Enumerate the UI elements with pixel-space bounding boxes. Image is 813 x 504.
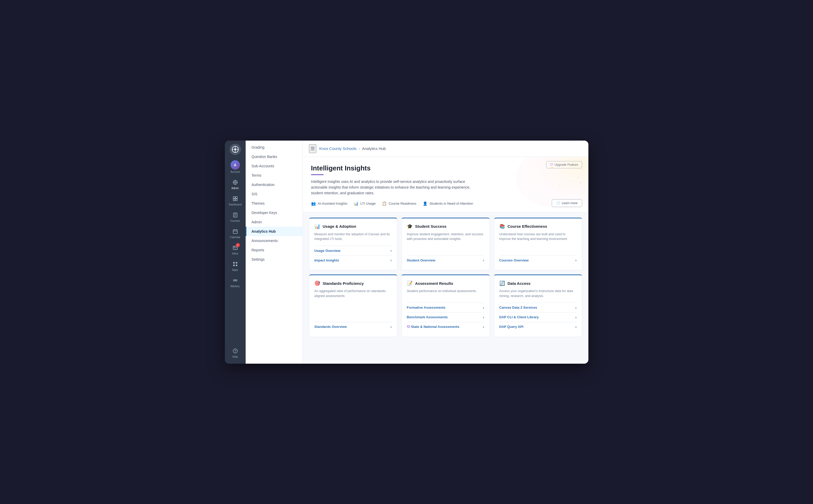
impact-insights-link[interactable]: Impact Insights › <box>315 256 392 265</box>
nav-item-mastery[interactable]: Mastery <box>226 275 245 290</box>
canvas-data-2-link[interactable]: Canvas Data 2 Services › <box>499 303 577 313</box>
card-course-effectiveness-header: 📚 Course Effectiveness <box>499 224 577 229</box>
sidebar: Grading Question Banks Sub-Accounts Term… <box>246 141 303 364</box>
ai-insights-label: AI-Assisted Insights <box>318 202 347 205</box>
svg-rect-15 <box>236 199 237 201</box>
dap-query-api-link[interactable]: DAP Query API › <box>499 322 577 332</box>
inbox-badge: 2 <box>236 243 240 247</box>
cards-section: 📊 Usage & Adoption Measure and monitor t… <box>303 212 588 364</box>
formative-assessments-link[interactable]: Formative Assessments › <box>407 303 484 313</box>
sidebar-item-authentication[interactable]: Authentication <box>246 180 303 189</box>
card-usage-adoption-header: 📊 Usage & Adoption <box>315 224 392 229</box>
dap-cli-link[interactable]: DAP CLI & Client Library › <box>499 313 577 322</box>
arrow-icon: › <box>575 325 577 329</box>
nav-item-admin[interactable]: Admin <box>226 177 245 192</box>
svg-point-39 <box>559 185 560 186</box>
svg-rect-20 <box>233 230 237 233</box>
nav-calendar-label: Calendar <box>230 236 241 239</box>
course-effectiveness-title: Course Effectiveness <box>508 224 547 229</box>
arrow-icon: › <box>391 325 392 329</box>
svg-point-42 <box>546 177 547 178</box>
course-effectiveness-links: Courses Overview › <box>499 255 577 265</box>
arrow-icon: › <box>575 306 577 310</box>
hamburger-button[interactable]: ☰ <box>309 144 316 153</box>
feature-course-readiness[interactable]: 📋 Course Readiness <box>382 201 416 206</box>
sidebar-item-developer-keys[interactable]: Developer Keys <box>246 208 303 217</box>
course-effectiveness-icon: 📚 <box>499 224 505 229</box>
courses-overview-link[interactable]: Courses Overview › <box>499 256 577 265</box>
sidebar-item-settings[interactable]: Settings <box>246 255 303 264</box>
students-attention-label: Students in Need of Attention <box>429 202 473 205</box>
nav-item-dashboard[interactable]: Dashboard <box>226 193 245 208</box>
svg-rect-26 <box>236 262 237 264</box>
arrow-icon: › <box>575 315 577 319</box>
lti-icon: 📊 <box>354 201 359 206</box>
student-success-title: Student Success <box>415 224 447 229</box>
insights-title-underline <box>311 174 324 175</box>
sidebar-item-sub-accounts[interactable]: Sub-Accounts <box>246 161 303 171</box>
standards-proficiency-desc: An aggregated view of performance on sta… <box>315 289 392 318</box>
cards-grid: 📊 Usage & Adoption Measure and monitor t… <box>309 218 582 337</box>
card-data-access: 🔄 Data Access Access your organization's… <box>494 274 582 337</box>
svg-text:?: ? <box>235 349 236 353</box>
card-standards-proficiency-header: 🎯 Standards Proficiency <box>315 280 392 286</box>
usage-overview-link[interactable]: Usage Overview › <box>315 246 392 256</box>
nav-item-calendar[interactable]: Calendar <box>226 226 245 241</box>
sidebar-item-question-banks[interactable]: Question Banks <box>246 152 303 161</box>
svg-rect-13 <box>236 197 237 198</box>
nav-item-inbox[interactable]: 2 Inbox <box>226 242 245 257</box>
feature-ai-insights[interactable]: 👥 AI-Assisted Insights <box>311 201 347 206</box>
nav-apps-label: Apps <box>232 268 238 272</box>
sidebar-item-admin[interactable]: Admin <box>246 217 303 227</box>
feature-lti-usage[interactable]: 📊 LTI Usage <box>354 201 376 206</box>
insights-description: Intelligent Insights uses AI and analyti… <box>311 179 472 196</box>
sidebar-item-reports[interactable]: Reports <box>246 245 303 255</box>
svg-point-1 <box>234 148 236 150</box>
sidebar-item-announcements[interactable]: Announcements <box>246 236 303 245</box>
card-assessment-results-header: 📝 Assessment Results <box>407 280 484 286</box>
calendar-icon <box>232 228 239 235</box>
student-overview-link[interactable]: Student Overview › <box>407 256 484 265</box>
arrow-icon: › <box>575 258 577 262</box>
insights-title: Intelligent Insights <box>311 164 580 172</box>
card-usage-adoption: 📊 Usage & Adoption Measure and monitor t… <box>309 218 397 271</box>
data-access-links: Canvas Data 2 Services › DAP CLI & Clien… <box>499 303 577 332</box>
feature-students-attention[interactable]: 👤 Students in Need of Attention <box>423 201 473 206</box>
courses-icon <box>232 211 239 219</box>
avatar: A <box>231 160 240 170</box>
breadcrumb-link[interactable]: Knox County Schools <box>319 146 357 151</box>
learn-more-button[interactable]: 📄 Learn more <box>552 199 582 207</box>
sidebar-item-analytics-hub[interactable]: Analytics Hub <box>246 227 303 236</box>
learn-more-icon: 📄 <box>556 201 560 205</box>
apps-icon <box>232 260 239 268</box>
assessment-results-desc: Student performance on individual assess… <box>407 289 484 299</box>
insights-banner: 🛡 Upgrade Feature Intelligent Insights I… <box>303 157 588 212</box>
mastery-icon <box>232 277 239 284</box>
nav-rail: A Account Admin <box>225 141 246 364</box>
standards-overview-link[interactable]: Standards Overview › <box>315 322 392 332</box>
breadcrumb-separator: › <box>359 146 360 151</box>
usage-adoption-desc: Measure and monitor the adoption of Canv… <box>315 232 392 242</box>
sidebar-item-grading[interactable]: Grading <box>246 143 303 152</box>
nav-mastery-label: Mastery <box>231 285 240 288</box>
benchmark-assessments-link[interactable]: Benchmark Assessments › <box>407 313 484 322</box>
state-national-assessments-link[interactable]: 🛡 State & National Assessments › <box>407 322 484 332</box>
sidebar-item-themes[interactable]: Themes <box>246 199 303 208</box>
nav-account-label: Account <box>230 170 240 174</box>
nav-item-account[interactable]: A Account <box>226 158 245 176</box>
data-access-icon: 🔄 <box>499 280 505 286</box>
svg-point-29 <box>234 280 235 281</box>
sidebar-item-sis[interactable]: SIS <box>246 189 303 199</box>
svg-point-38 <box>577 177 578 178</box>
nav-item-courses[interactable]: Courses <box>226 209 245 225</box>
standards-proficiency-title: Standards Proficiency <box>323 281 364 286</box>
dashboard-icon <box>232 195 239 202</box>
usage-adoption-links: Usage Overview › Impact Insights › <box>315 246 392 265</box>
nav-item-help[interactable]: ? Help <box>226 345 245 361</box>
sidebar-item-terms[interactable]: Terms <box>246 171 303 180</box>
card-standards-proficiency: 🎯 Standards Proficiency An aggregated vi… <box>309 274 397 337</box>
nav-item-apps[interactable]: Apps <box>226 258 245 274</box>
student-success-icon: 🎓 <box>407 224 413 229</box>
svg-rect-27 <box>233 265 235 266</box>
help-icon: ? <box>232 347 239 355</box>
